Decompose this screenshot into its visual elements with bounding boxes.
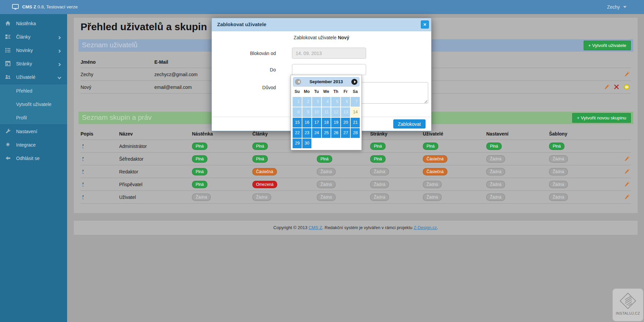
permission-cell: Plná bbox=[370, 155, 423, 163]
permission-cell: Žádná bbox=[549, 168, 599, 175]
permission-cell: Žádná bbox=[252, 194, 317, 201]
user-name-cell: Nový bbox=[81, 85, 154, 90]
create-group-button[interactable]: + Vytvořit novou skupinu bbox=[572, 113, 631, 123]
wrench-icon bbox=[5, 128, 11, 136]
permission-badge: Žádná bbox=[317, 194, 336, 201]
permission-badge: Plná bbox=[192, 181, 207, 188]
calendar-day[interactable]: 30 bbox=[302, 139, 311, 148]
sidebar-subitem-profil[interactable]: Profil bbox=[0, 111, 67, 124]
sidebar-subitem-prehled[interactable]: Přehled bbox=[0, 84, 67, 98]
page-title: Přehled uživatelů a skupin bbox=[81, 21, 207, 33]
info-icon[interactable]: i bbox=[83, 195, 84, 199]
edit-icon[interactable] bbox=[624, 156, 630, 162]
calendar-day[interactable]: 20 bbox=[341, 118, 350, 127]
sidebar-item-uzivatele[interactable]: Uživatelé bbox=[0, 70, 67, 84]
calendar-day: 11 bbox=[322, 107, 331, 117]
sidebar-item-novinky[interactable]: Novinky bbox=[0, 44, 67, 57]
sidebar-item-stranky[interactable]: Stránky bbox=[0, 57, 67, 70]
permission-cell: Částečná bbox=[423, 168, 486, 175]
instaluj-watermark: INSTALUJ.CZ bbox=[612, 288, 643, 321]
column-header: Jméno bbox=[81, 59, 154, 65]
app-title-rest: 0.8, Testovací verze bbox=[36, 4, 78, 9]
permission-badge: Plná bbox=[252, 155, 268, 163]
permission-badge: Žádná bbox=[486, 194, 505, 201]
calendar-day: 1 bbox=[293, 97, 302, 107]
permission-cell: Žádná bbox=[486, 181, 549, 188]
integration-icon bbox=[5, 142, 11, 149]
permission-cell: Žádná bbox=[423, 194, 486, 201]
blocked-from-input[interactable] bbox=[292, 48, 366, 59]
calendar-day[interactable]: 28 bbox=[351, 128, 360, 138]
permission-badge: Žádná bbox=[549, 181, 568, 188]
datepicker: September 2013 SuMoTuWeThFrSa 1234567891… bbox=[291, 75, 362, 150]
calendar-day[interactable]: 19 bbox=[331, 118, 340, 127]
calendar-day[interactable]: 27 bbox=[341, 128, 350, 138]
calendar-day[interactable]: 25 bbox=[322, 128, 331, 138]
cms-link[interactable]: CMS Z bbox=[309, 225, 322, 230]
calendar-day: 4 bbox=[322, 97, 331, 107]
modal-intro: Zablokovat uživatele Nový bbox=[212, 35, 431, 40]
zdesign-link[interactable]: Z-Design.cz bbox=[413, 225, 437, 230]
modal-header: Zablokovat uživatele × bbox=[212, 18, 431, 31]
permission-badge: Žádná bbox=[423, 194, 442, 201]
blocked-until-input[interactable] bbox=[292, 64, 366, 75]
sidebar-item-nastenka[interactable]: Nástěnka bbox=[0, 17, 67, 30]
edit-icon[interactable] bbox=[604, 84, 609, 90]
calendar-day[interactable]: 24 bbox=[312, 128, 321, 138]
sidebar-item-odhlasit-se[interactable]: Odhlásit se bbox=[0, 152, 67, 165]
permission-cell: Plná bbox=[192, 155, 252, 163]
edit-icon[interactable] bbox=[624, 71, 630, 77]
group-name-cell: Administrátor bbox=[119, 144, 192, 149]
permission-cell: Omezená bbox=[252, 181, 317, 188]
column-header: Uživatelé bbox=[423, 131, 486, 137]
permission-badge: Žádná bbox=[549, 194, 568, 201]
permission-cell: Žádná bbox=[370, 168, 423, 175]
resize-handle-icon[interactable] bbox=[424, 100, 427, 103]
close-icon[interactable]: × bbox=[421, 20, 429, 29]
create-user-button[interactable]: + Vytvořit uživatele bbox=[584, 41, 631, 50]
info-icon[interactable]: i bbox=[83, 157, 84, 161]
calendar-day[interactable]: 17 bbox=[312, 118, 321, 127]
block-icon[interactable] bbox=[624, 84, 630, 90]
next-month-icon[interactable] bbox=[351, 79, 357, 85]
info-icon[interactable]: i bbox=[83, 144, 84, 148]
calendar-day[interactable]: 15 bbox=[293, 118, 302, 127]
sidebar-item-nastaveni[interactable]: Nastavení bbox=[0, 125, 67, 138]
permission-cell: Žádná bbox=[423, 181, 486, 188]
permission-cell: Žádná bbox=[549, 181, 599, 188]
calendar-day[interactable]: 29 bbox=[293, 139, 302, 148]
delete-icon[interactable] bbox=[614, 84, 620, 90]
group-name-cell: Šéfredaktor bbox=[119, 156, 192, 162]
calendar-day[interactable]: 22 bbox=[293, 128, 302, 138]
calendar-day[interactable]: 16 bbox=[302, 118, 311, 127]
calendar-day[interactable]: 21 bbox=[351, 118, 360, 127]
user-menu[interactable]: Zechy bbox=[607, 0, 627, 14]
info-icon[interactable]: i bbox=[83, 182, 84, 186]
group-name-cell: Uživatel bbox=[119, 195, 192, 200]
block-submit-button[interactable]: Zablokovat bbox=[393, 119, 426, 128]
permission-cell: Plná bbox=[549, 143, 599, 150]
permission-badge: Žádná bbox=[486, 168, 505, 175]
calendar-day: 13 bbox=[341, 107, 350, 117]
edit-icon[interactable] bbox=[624, 181, 630, 187]
edit-icon[interactable] bbox=[624, 169, 630, 174]
calendar-day[interactable]: 23 bbox=[302, 128, 311, 138]
sidebar-item-clanky[interactable]: Články bbox=[0, 30, 67, 44]
sidebar: NástěnkaČlánkyNovinkyStránkyUživateléPře… bbox=[0, 14, 67, 322]
info-icon[interactable]: i bbox=[83, 170, 84, 174]
users-icon bbox=[5, 74, 11, 81]
blocked-from-label: Blokován od bbox=[212, 51, 284, 56]
sidebar-item-integrace[interactable]: Integrace bbox=[0, 138, 67, 152]
column-header: Stránky bbox=[370, 131, 423, 137]
permission-cell: Žádná bbox=[192, 194, 252, 201]
sidebar-subitem-vytvorit-uzivatele[interactable]: Vytvořit uživatele bbox=[0, 98, 67, 111]
calendar-day[interactable]: 26 bbox=[331, 128, 340, 138]
permission-cell: Částečná bbox=[252, 168, 317, 175]
permission-badge: Plná bbox=[317, 155, 332, 163]
permission-cell: Plná bbox=[317, 155, 370, 163]
sidebar-item-label: Nastavení bbox=[16, 129, 37, 134]
edit-icon[interactable] bbox=[624, 194, 630, 200]
row-actions bbox=[591, 84, 631, 90]
permission-badge: Žádná bbox=[486, 181, 505, 188]
calendar-day[interactable]: 18 bbox=[322, 118, 331, 127]
